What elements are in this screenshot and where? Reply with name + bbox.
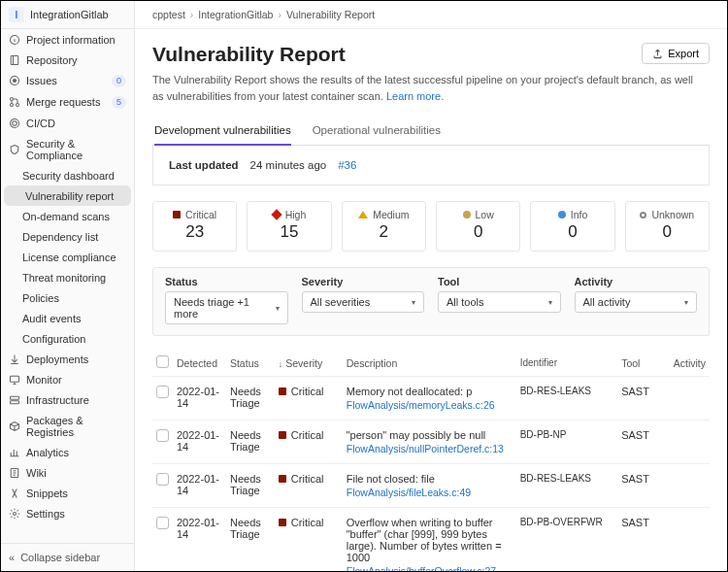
pipeline-link[interactable]: #36 (338, 159, 356, 171)
sidebar-subitem-dependency-list[interactable]: Dependency list (1, 226, 134, 247)
sidebar-item-merge-requests[interactable]: Merge requests5 (1, 91, 134, 113)
filter-tool-select[interactable]: All tools ▾ (438, 291, 561, 313)
severity-card-critical[interactable]: Critical23 (152, 201, 237, 252)
cell-tool: SAST (617, 464, 666, 508)
col-tool[interactable]: Tool (617, 350, 666, 377)
filter-severity-select[interactable]: All severities ▾ (302, 291, 425, 313)
table-row: 2022-01-14Needs TriageCriticalFile not c… (152, 464, 710, 508)
sidebar-item-label: Settings (26, 508, 65, 520)
svg-point-6 (17, 104, 19, 107)
col-activity[interactable]: Activity (666, 350, 710, 377)
filter-status-select[interactable]: Needs triage +1 more ▾ (165, 291, 288, 324)
settings-icon (9, 508, 20, 520)
sidebar-subitem-on-demand-scans[interactable]: On-demand scans (1, 206, 134, 226)
sidebar-item-label: Wiki (26, 467, 47, 479)
breadcrumb-seg[interactable]: cpptest (152, 9, 185, 20)
cell-activity (666, 508, 710, 572)
sidebar-item-wiki[interactable]: Wiki (1, 462, 134, 483)
sidebar-item-label: Security & Compliance (26, 138, 126, 161)
col-severity[interactable]: ↓ Severity (275, 350, 343, 377)
sidebar-item-infrastructure[interactable]: Infrastructure (1, 389, 134, 410)
cell-activity (666, 421, 710, 464)
sidebar-subitem-audit-events[interactable]: Audit events (1, 308, 134, 328)
cell-severity: Critical (279, 473, 339, 485)
sidebar-item-analytics[interactable]: Analytics (1, 442, 134, 462)
tab-development[interactable]: Development vulnerabilities (154, 118, 291, 145)
sidebar-item-label: Issues (26, 75, 57, 86)
learn-more-link[interactable]: Learn more. (386, 90, 444, 102)
sidebar-item-packages-registries[interactable]: Packages & Registries (1, 410, 134, 442)
vulnerability-location-link[interactable]: FlowAnalysis/bufferOverflow.c:27 (347, 565, 513, 571)
sidebar-subitem-vulnerability-report[interactable]: Vulnerability report (4, 185, 131, 206)
severity-label: Low (476, 209, 494, 220)
export-button[interactable]: Export (642, 43, 710, 64)
vulnerability-location-link[interactable]: FlowAnalysis/nullPointerDeref.c:13 (347, 443, 513, 454)
sidebar-item-project-information[interactable]: Project information (1, 29, 134, 50)
severity-card-medium[interactable]: Medium2 (342, 201, 426, 252)
wiki-icon (9, 467, 20, 479)
filter-value: Needs triage +1 more (174, 296, 276, 320)
filter-activity-select[interactable]: All activity ▾ (575, 291, 698, 313)
sidebar-item-settings[interactable]: Settings (1, 503, 134, 523)
sidebar-item-snippets[interactable]: Snippets (1, 483, 134, 503)
severity-card-low[interactable]: Low0 (436, 201, 520, 252)
breadcrumb: cpptest › IntegrationGitlab › Vulnerabil… (135, 1, 727, 29)
severity-count: 2 (347, 222, 421, 242)
sidebar-item-issues[interactable]: Issues0 (1, 70, 134, 91)
collapse-sidebar[interactable]: « Collapse sidebar (1, 543, 134, 571)
vulnerability-location-link[interactable]: FlowAnalysis/fileLeaks.c:49 (347, 487, 513, 498)
cell-identifier: BD-PB-NP (516, 421, 617, 464)
cell-detected: 2022-01-14 (173, 508, 226, 572)
severity-label: Unknown (651, 209, 694, 220)
col-status[interactable]: Status (226, 350, 275, 377)
count-badge: 5 (112, 96, 126, 109)
cell-activity (666, 464, 710, 508)
cell-status: Needs Triage (226, 421, 275, 464)
sidebar-subitem-policies[interactable]: Policies (1, 287, 134, 308)
page-title: Vulnerability Report (152, 43, 346, 66)
collapse-label: Collapse sidebar (20, 552, 100, 563)
col-description[interactable]: Description (343, 350, 516, 377)
sidebar-item-label: Packages & Registries (26, 415, 126, 438)
vulnerability-location-link[interactable]: FlowAnalysis/memoryLeaks.c:26 (347, 399, 513, 411)
row-checkbox[interactable] (156, 473, 169, 486)
tabs: Development vulnerabilities Operational … (152, 118, 710, 146)
col-detected[interactable]: Detected (173, 350, 226, 377)
severity-critical-icon (279, 475, 286, 483)
sidebar-subitem-configuration[interactable]: Configuration (1, 328, 134, 349)
cell-identifier: BD-PB-OVERFWR (516, 508, 617, 572)
sidebar-item-deployments[interactable]: Deployments (1, 349, 134, 369)
vulnerability-table: Detected Status ↓ Severity Description I… (152, 350, 710, 571)
severity-card-info[interactable]: Info0 (530, 201, 614, 252)
col-identifier[interactable]: Identifier (516, 350, 617, 377)
severity-card-unknown[interactable]: Unknown0 (625, 201, 710, 252)
sidebar-item-security-compliance[interactable]: Security & Compliance (1, 133, 134, 165)
breadcrumb-seg[interactable]: IntegrationGitlab (198, 9, 273, 20)
row-checkbox[interactable] (156, 517, 169, 529)
sidebar-item-label: Repository (26, 54, 78, 66)
sidebar-item-label: Project information (26, 34, 116, 46)
select-all-checkbox[interactable] (156, 355, 169, 368)
severity-card-high[interactable]: High15 (247, 201, 331, 252)
sidebar-subitem-threat-monitoring[interactable]: Threat monitoring (1, 267, 134, 287)
row-checkbox[interactable] (156, 386, 169, 398)
severity-count: 0 (441, 222, 515, 242)
sidebar-subitem-license-compliance[interactable]: License compliance (1, 247, 134, 267)
filters-bar: Status Needs triage +1 more ▾ Severity A… (152, 267, 710, 336)
tab-operational[interactable]: Operational vulnerabilities (313, 118, 441, 145)
sidebar-item-ci-cd[interactable]: CI/CD (1, 113, 134, 133)
shield-icon (9, 144, 20, 155)
monitor-icon (9, 374, 20, 386)
severity-label: High (285, 209, 307, 220)
severity-info-icon (558, 211, 566, 219)
filter-value: All tools (447, 296, 484, 308)
sidebar-item-monitor[interactable]: Monitor (1, 369, 134, 389)
row-checkbox[interactable] (156, 429, 169, 442)
sidebar-subitem-security-dashboard[interactable]: Security dashboard (1, 165, 134, 185)
sidebar-item-repository[interactable]: Repository (1, 50, 134, 70)
sidebar-item-label: Monitor (26, 374, 62, 386)
project-header[interactable]: I IntegrationGitlab (1, 1, 134, 29)
table-row: 2022-01-14Needs TriageCriticalOverflow w… (152, 508, 710, 572)
severity-count: 15 (251, 222, 326, 242)
severity-count: 23 (157, 222, 232, 242)
